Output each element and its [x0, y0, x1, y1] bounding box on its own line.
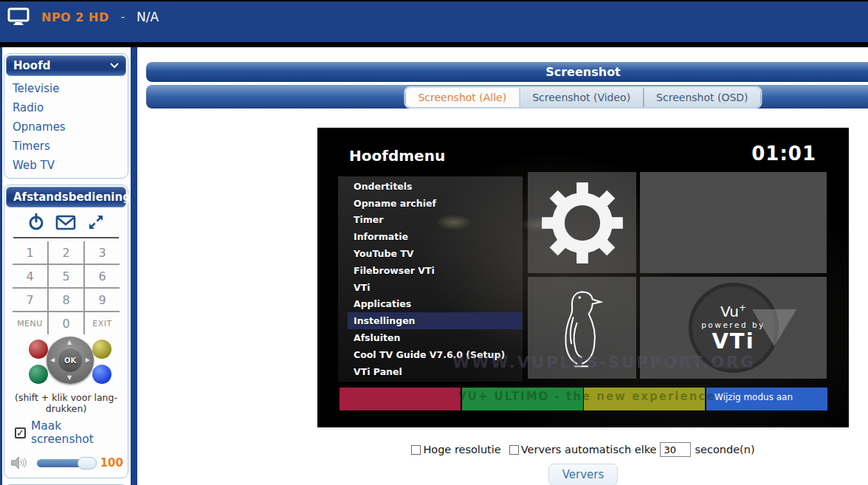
remote-key-6[interactable]: 6 — [84, 264, 120, 288]
remote-key-3[interactable]: 3 — [84, 241, 120, 264]
remote-key-8[interactable]: 8 — [48, 288, 84, 312]
green-button[interactable] — [29, 365, 48, 384]
osd-menu-list: OndertitelsOpname archiefTimerInformatie… — [338, 176, 523, 382]
gear-icon — [541, 182, 624, 264]
sidebar-item-televisie[interactable]: Televisie — [6, 79, 126, 98]
autorefresh-label: Ververs automatisch elke — [521, 444, 657, 455]
remote-key-0[interactable]: 0 — [48, 312, 84, 334]
screenshot-tabs: Screenshot (Alle)Screenshot (Video)Scree… — [404, 86, 762, 109]
sidebar-item-radio[interactable]: Radio — [6, 98, 126, 117]
osd-menu-item: Opname archief — [348, 195, 523, 212]
osd-color-button-3: Wijzig modus aan — [706, 388, 827, 410]
screenshot-checkbox-label: Maak screenshot — [31, 419, 126, 446]
page-title: Screenshot — [146, 62, 868, 82]
autorefresh-checkbox[interactable] — [509, 445, 519, 455]
highres-checkbox[interactable] — [411, 445, 421, 455]
arrow-down-icon[interactable]: ▼ — [67, 375, 72, 381]
sidebar-main-divider — [131, 47, 137, 485]
channel-name: NPO 2 HD — [41, 10, 109, 24]
message-icon[interactable] — [55, 215, 76, 230]
screenshot-controls: Hoge resolutie Ververs automatisch elke … — [146, 442, 868, 457]
osd-clock: 01:01 — [751, 142, 816, 165]
osd-menu-item: Applicaties — [348, 296, 523, 313]
remote-key-1[interactable]: 1 — [13, 241, 48, 264]
sidebar-item-timers[interactable]: Timers — [6, 137, 126, 156]
tab-screenshot-alle[interactable]: Screenshot (Alle) — [405, 88, 520, 107]
remote-dial-zone: ▲ ▼ ◀ ▶ OK — [6, 336, 126, 388]
osd-menu-item: Ondertitels — [348, 178, 523, 195]
ok-button[interactable]: OK — [58, 348, 82, 372]
program-status: N/A — [137, 10, 159, 24]
sidebar-panel-remote: Afstandsbediening 123456789MENU0EXIT — [4, 185, 128, 478]
osd-tile-settings — [528, 172, 636, 273]
sidebar-header-label: Hoofd — [13, 59, 50, 72]
interval-input[interactable] — [660, 442, 691, 457]
arrow-right-icon[interactable]: ▶ — [86, 357, 90, 363]
volume-slider[interactable] — [37, 459, 94, 467]
vti-logo-vti: VTi — [712, 331, 754, 352]
yellow-button[interactable] — [92, 340, 111, 359]
tabs-bar: Screenshot (Alle)Screenshot (Video)Scree… — [146, 85, 868, 109]
remote-divider — [13, 237, 119, 238]
remote-key-2[interactable]: 2 — [48, 241, 84, 264]
remote-key-9[interactable]: 9 — [84, 288, 120, 312]
screenshot-checkbox[interactable]: ✓ — [15, 427, 26, 438]
separator: - — [121, 10, 125, 24]
vti-triangle — [752, 309, 796, 346]
power-icon[interactable] — [27, 213, 45, 231]
sidebar: Hoofd TelevisieRadioOpnamesTimersWeb TV … — [0, 47, 131, 485]
chevron-down-icon — [110, 63, 119, 69]
blue-button[interactable] — [92, 365, 111, 384]
highres-label: Hoge resolutie — [423, 444, 500, 455]
osd-color-button-0 — [340, 388, 461, 410]
topbar-divider — [0, 42, 868, 47]
osd-menu-title: Hoofdmenu — [349, 147, 445, 165]
remote-hint: (shift + klik voor lang-drukken) — [6, 392, 126, 414]
volume-value: 100 — [100, 456, 123, 469]
speaker-icon — [10, 454, 28, 472]
sidebar-header-label: Afstandsbediening — [13, 190, 131, 204]
osd-menu-item: Informatie — [348, 228, 523, 245]
osd-menu-item: VTi — [348, 279, 523, 296]
osd-menu-item: Filebrowser VTi — [348, 262, 523, 279]
ok-dial[interactable]: ▲ ▼ ◀ ▶ OK — [46, 337, 94, 384]
seconds-label: seconde(n) — [695, 444, 754, 455]
sidebar-panel-main: Hoofd TelevisieRadioOpnamesTimersWeb TV — [4, 53, 128, 179]
osd-menu-item: YouTube TV — [348, 245, 523, 262]
remote-keypad: 123456789MENU0EXIT — [13, 241, 120, 334]
sidebar-item-web-tv[interactable]: Web TV — [6, 156, 126, 175]
sidebar-header-hoofd[interactable]: Hoofd — [6, 55, 126, 76]
expand-icon[interactable] — [87, 213, 105, 231]
watermark-text: VU+ ULTIMO - the new experience — [458, 390, 715, 403]
tv-icon — [7, 7, 30, 27]
arrow-left-icon[interactable]: ◀ — [50, 357, 55, 363]
osd-menu-item: Instellingen — [348, 312, 523, 329]
osd-menu-item: Afsluiten — [348, 329, 523, 346]
tab-screenshot-osd[interactable]: Screenshot (OSD) — [644, 88, 760, 107]
refresh-button[interactable]: Ververs — [548, 464, 619, 485]
red-button[interactable] — [29, 340, 48, 359]
watermark-text: WWW.VUPLUS-SUPPORT.ORG — [452, 354, 755, 371]
sidebar-header-remote[interactable]: Afstandsbediening — [6, 187, 126, 207]
osd-tile-empty — [640, 172, 827, 273]
remote-key-5[interactable]: 5 — [48, 264, 84, 288]
sidebar-item-opnames[interactable]: Opnames — [6, 117, 126, 137]
tab-screenshot-video[interactable]: Screenshot (Video) — [520, 88, 644, 107]
osd-screenshot-image: Hoofdmenu 01:01 OndertitelsOpname archie… — [317, 128, 849, 427]
vti-logo-vu: Vu+ — [720, 303, 746, 319]
top-status-bar: NPO 2 HD - N/A — [0, 0, 868, 42]
remote-key-exit[interactable]: EXIT — [84, 312, 120, 334]
sidebar-main-list: TelevisieRadioOpnamesTimersWeb TV — [6, 79, 126, 175]
remote-key-4[interactable]: 4 — [13, 264, 48, 288]
arrow-up-icon[interactable]: ▲ — [67, 340, 72, 345]
remote-key-7[interactable]: 7 — [13, 288, 48, 312]
osd-menu-item: Timer — [348, 212, 523, 229]
remote-key-menu[interactable]: MENU — [13, 312, 48, 334]
main-content: Screenshot Screenshot (Alle)Screenshot (… — [146, 62, 868, 485]
volume-slider-thumb[interactable] — [78, 457, 97, 469]
